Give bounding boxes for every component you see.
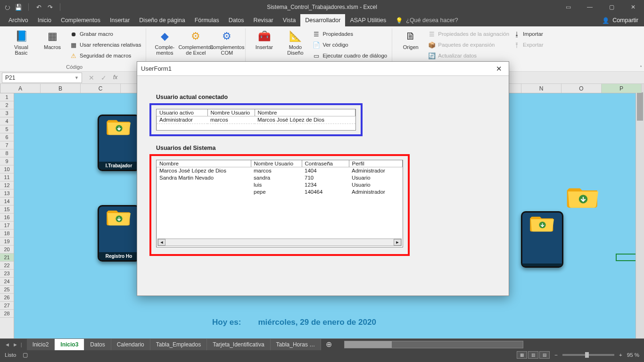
row-header[interactable]: 18 — [0, 230, 14, 238]
folder-icon-loose[interactable] — [567, 183, 600, 209]
scroll-left-icon[interactable]: ◄ — [158, 239, 165, 246]
listbox2-row[interactable]: pepe140464Administrador — [157, 189, 403, 196]
row-header[interactable]: 28 — [0, 310, 14, 318]
tell-me-search[interactable]: 💡¿Qué desea hacer? — [396, 17, 458, 24]
row-header[interactable]: 2 — [0, 101, 14, 109]
row-header[interactable]: 25 — [0, 286, 14, 294]
xml-import-button[interactable]: ⭳Importar — [512, 29, 544, 39]
redo-icon[interactable]: ↷ — [46, 3, 54, 11]
record-macro-button[interactable]: ⏺Grabar macro — [69, 29, 142, 39]
zoom-slider[interactable] — [562, 354, 614, 356]
row-header[interactable]: 4 — [0, 117, 14, 125]
listbox2-hscroll[interactable]: ◄► — [157, 239, 402, 246]
row-headers[interactable]: 1234567891011121314151617181920212223242… — [0, 93, 14, 338]
row-header[interactable]: 6 — [0, 133, 14, 141]
card-trabajador[interactable]: I.Trabajador — [98, 115, 140, 171]
properties-button[interactable]: ☰Propiedades — [312, 29, 388, 39]
listbox1[interactable]: Usuario activoNombre UsuarioNombre Admin… — [156, 109, 356, 131]
xml-source-button[interactable]: 🗎Origen — [396, 28, 425, 50]
macro-record-status-icon[interactable]: ▢ — [23, 352, 28, 358]
tab-vista[interactable]: Vista — [278, 14, 301, 26]
view-code-button[interactable]: 📄Ver código — [312, 40, 388, 49]
userform-titlebar[interactable]: UserForm1 ✕ — [137, 62, 509, 76]
row-header[interactable]: 22 — [0, 262, 14, 270]
sheet-tab[interactable]: Tabla_Horas … — [271, 339, 322, 350]
row-header[interactable]: 17 — [0, 222, 14, 230]
row-header[interactable]: 7 — [0, 141, 14, 149]
col-header[interactable]: A — [0, 84, 41, 93]
card-registro[interactable]: Registro Ho — [98, 205, 140, 262]
row-header[interactable]: 1 — [0, 93, 14, 101]
tab-formulas[interactable]: Fórmulas — [190, 14, 224, 26]
row-header[interactable]: 15 — [0, 206, 14, 214]
maximize-button[interactable]: ▢ — [601, 0, 622, 14]
design-mode-button[interactable]: 📐Modo Diseño — [281, 28, 310, 56]
sheet-tab[interactable]: Tabla_Empleados — [150, 339, 207, 350]
row-header[interactable]: 3 — [0, 109, 14, 117]
row-header[interactable]: 11 — [0, 173, 14, 181]
listbox2[interactable]: NombreNombre UsuarioContraseñaPerfil Mar… — [156, 160, 403, 247]
collapse-ribbon-icon[interactable]: ˄ — [640, 65, 642, 70]
tab-nav-first-icon[interactable]: ◄ — [5, 342, 10, 347]
view-switcher[interactable]: ▦ ▥ ▤ — [517, 351, 550, 359]
card-3[interactable] — [521, 211, 563, 268]
sheet-tab[interactable]: Datos — [84, 339, 111, 350]
row-header[interactable]: 21 — [0, 254, 14, 262]
row-header[interactable]: 8 — [0, 149, 14, 157]
zoom-level[interactable]: 95 % — [627, 352, 639, 358]
row-header[interactable]: 10 — [0, 165, 14, 173]
row-header[interactable]: 9 — [0, 157, 14, 165]
close-button[interactable]: ✕ — [622, 0, 644, 14]
tab-diseno-pagina[interactable]: Diseño de página — [134, 14, 190, 26]
sheet-tab[interactable]: Calendario — [111, 339, 150, 350]
insert-controls-button[interactable]: 🧰Insertar — [249, 28, 279, 50]
run-dialog-button[interactable]: ▭Ejecutar cuadro de diálogo — [312, 51, 388, 60]
row-header[interactable]: 24 — [0, 278, 14, 286]
tab-asap[interactable]: ASAP Utilities — [345, 14, 391, 26]
tab-nav-last-icon[interactable]: ► — [13, 342, 18, 347]
sheet-tab[interactable]: Inicio2 — [27, 339, 55, 350]
row-header[interactable]: 12 — [0, 181, 14, 189]
scroll-right-icon[interactable]: ► — [394, 239, 401, 246]
chevron-down-icon[interactable]: ▼ — [74, 75, 79, 80]
listbox2-row[interactable]: Sandra Martin Nevadosandra710Usuario — [157, 174, 403, 181]
horizontal-scrollbar[interactable] — [344, 341, 523, 348]
fx-icon[interactable]: fx — [113, 74, 117, 82]
zoom-in-icon[interactable]: + — [619, 352, 622, 358]
new-sheet-button[interactable]: ⊕ — [321, 340, 337, 349]
row-header[interactable]: 14 — [0, 197, 14, 206]
row-header[interactable]: 5 — [0, 125, 14, 133]
col-header[interactable]: O — [561, 84, 602, 93]
listbox2-row[interactable]: luis1234Usuario — [157, 181, 403, 189]
macro-security-button[interactable]: ⚠Seguridad de macros — [69, 51, 142, 60]
row-header[interactable]: 19 — [0, 238, 14, 246]
com-addins-button[interactable]: ⚙Complementos COM — [212, 28, 241, 56]
vertical-scrollbar[interactable] — [636, 84, 644, 338]
cancel-formula-icon[interactable]: ✕ — [89, 74, 94, 82]
sheet-tab[interactable]: Tarjeta_Identificativa — [207, 339, 270, 350]
addins-button[interactable]: ◆Comple- mentos — [150, 28, 179, 56]
visual-basic-button[interactable]: 📘Visual Basic — [7, 28, 36, 56]
row-header[interactable]: 27 — [0, 302, 14, 310]
col-header[interactable]: C — [81, 84, 121, 93]
enter-formula-icon[interactable]: ✓ — [101, 74, 107, 82]
macros-button[interactable]: ▦Macros — [38, 28, 67, 50]
row-header[interactable]: 23 — [0, 270, 14, 278]
undo-icon[interactable]: ↶ — [34, 3, 43, 11]
row-header[interactable]: 16 — [0, 214, 14, 222]
tab-insertar[interactable]: Insertar — [105, 14, 134, 26]
save-icon[interactable]: 💾 — [14, 3, 23, 11]
listbox2-row[interactable]: Marcos José López de Diosmarcos1404Admin… — [157, 167, 403, 175]
name-box[interactable]: P21▼ — [2, 73, 82, 83]
ribbon-options-icon[interactable]: ▭ — [557, 0, 579, 14]
row-header[interactable]: 13 — [0, 189, 14, 197]
page-break-view-icon[interactable]: ▤ — [539, 351, 550, 359]
tab-complementos[interactable]: Complementos — [56, 14, 105, 26]
share-button[interactable]: 👤Compartir — [596, 14, 644, 26]
excel-addins-button[interactable]: ⚙Complementos de Excel — [181, 28, 210, 56]
tab-inicio[interactable]: Inicio — [33, 14, 56, 26]
minimize-button[interactable]: — — [579, 0, 601, 14]
sheet-tab-active[interactable]: Inicio3 — [55, 339, 84, 350]
normal-view-icon[interactable]: ▦ — [517, 351, 527, 359]
tab-revisar[interactable]: Revisar — [248, 14, 278, 26]
